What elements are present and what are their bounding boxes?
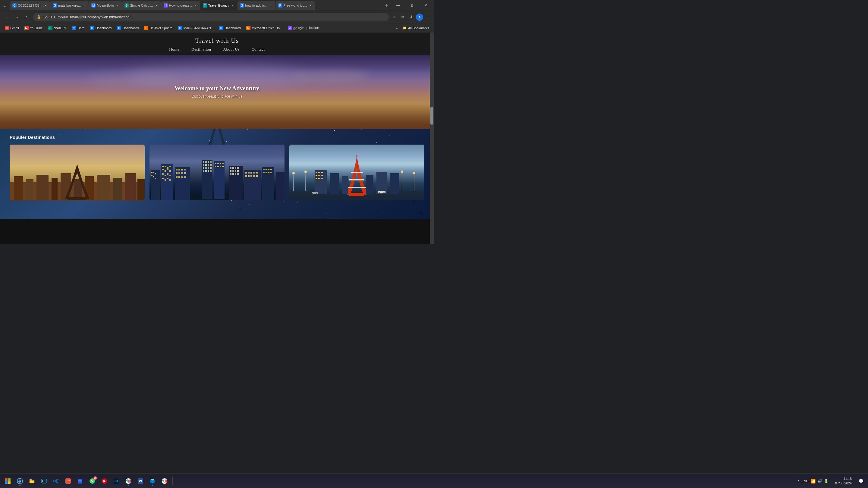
svg-rect-32 bbox=[164, 170, 166, 172]
svg-rect-23 bbox=[151, 175, 153, 176]
bookmark-item-6[interactable]: U USJNet Sphere bbox=[142, 25, 175, 31]
nyc-card[interactable] bbox=[150, 144, 284, 200]
page-scrollbar[interactable] bbox=[430, 33, 434, 244]
tab-tab4[interactable]: S Simple Calcul... ✕ bbox=[122, 1, 161, 10]
tab-close-tab2[interactable]: ✕ bbox=[82, 3, 86, 7]
bookmark-item-4[interactable]: D Dashboard bbox=[88, 25, 114, 31]
bookmark-favicon-2: C bbox=[48, 26, 53, 30]
nav-contact[interactable]: Contact bbox=[252, 47, 265, 52]
star-particle bbox=[420, 213, 420, 213]
tab-tab6[interactable]: T Travel Egancy ✕ bbox=[200, 1, 237, 10]
bookmark-item-8[interactable]: D Dashboard bbox=[217, 25, 243, 31]
svg-rect-57 bbox=[203, 170, 204, 172]
tab-tab1[interactable]: C CCS2032 | CS... ✕ bbox=[10, 1, 50, 10]
svg-rect-92 bbox=[232, 173, 234, 175]
bookmark-item-10[interactable]: ශ ශ්‍රද කුමා‍ | Helakur... bbox=[285, 25, 324, 31]
hero-heading: Welcome to your New Adventure bbox=[175, 85, 259, 92]
back-button[interactable]: ← bbox=[2, 13, 11, 22]
paris-cityscape bbox=[10, 164, 145, 200]
bookmark-item-2[interactable]: C chatGPT bbox=[46, 25, 69, 31]
nav-destination[interactable]: Destination bbox=[191, 47, 211, 52]
site-nav-links: Home Destination About Us Contact bbox=[0, 47, 434, 52]
forward-button[interactable]: → bbox=[13, 13, 21, 22]
svg-rect-56 bbox=[210, 167, 212, 169]
scrollbar-thumb[interactable] bbox=[430, 107, 433, 125]
svg-rect-34 bbox=[169, 170, 171, 172]
svg-rect-128 bbox=[351, 172, 363, 173]
tab-close-tab4[interactable]: ✕ bbox=[154, 3, 158, 7]
bookmark-label-3: Bard bbox=[78, 26, 84, 30]
tab-tab2[interactable]: G mats backgro... ✕ bbox=[50, 1, 89, 10]
svg-rect-28 bbox=[164, 166, 166, 167]
nav-about-us[interactable]: About Us bbox=[223, 47, 240, 52]
tab-title-tab5: How to create... bbox=[169, 4, 192, 7]
star-particle bbox=[83, 217, 84, 218]
tab-close-tab1[interactable]: ✕ bbox=[43, 3, 48, 7]
tab-title-tab7: how to add ic... bbox=[245, 4, 268, 7]
bookmark-favicon-5: D bbox=[117, 26, 121, 30]
tab-tab5[interactable]: H How to create... ✕ bbox=[161, 1, 200, 10]
tab-title-tab8: Free world ico... bbox=[284, 4, 307, 7]
svg-rect-62 bbox=[217, 163, 219, 164]
svg-rect-102 bbox=[248, 175, 250, 177]
svg-point-120 bbox=[304, 170, 307, 173]
svg-rect-67 bbox=[220, 166, 221, 167]
tab-close-tab8[interactable]: ✕ bbox=[308, 3, 313, 7]
tab-tab3[interactable]: M My portfolio ✕ bbox=[89, 1, 122, 10]
bookmark-item-9[interactable]: M Microsoft Office Ho... bbox=[244, 25, 285, 31]
extensions-button[interactable]: ⧉ bbox=[399, 13, 406, 21]
restore-button[interactable]: ⧉ bbox=[405, 0, 419, 11]
profile-button[interactable]: A bbox=[416, 13, 423, 21]
downloads-button[interactable]: ⬇ bbox=[407, 13, 415, 21]
svg-rect-12 bbox=[113, 178, 122, 200]
bookmark-item-0[interactable]: G Gmail bbox=[2, 25, 22, 31]
bookmark-item-5[interactable]: D Dashboard bbox=[115, 25, 141, 31]
minimize-button[interactable]: — bbox=[391, 0, 405, 11]
svg-rect-6 bbox=[36, 175, 49, 200]
tab-favicon-tab7: G bbox=[240, 3, 244, 7]
tab-list-btn[interactable]: ⌄ bbox=[1, 2, 8, 9]
svg-point-149 bbox=[312, 193, 314, 195]
url-input[interactable] bbox=[43, 15, 385, 19]
svg-rect-139 bbox=[315, 172, 317, 173]
bookmark-item-3[interactable]: B Bard bbox=[70, 25, 87, 31]
svg-rect-145 bbox=[315, 178, 317, 179]
bookmark-star-button[interactable]: ☆ bbox=[391, 13, 398, 21]
paris-card[interactable] bbox=[10, 144, 145, 200]
tabs-container: C CCS2032 | CS... ✕ G mats backgro... ✕ … bbox=[10, 1, 381, 10]
tab-tab8[interactable]: F Free world ico... ✕ bbox=[276, 1, 315, 10]
tab-close-tab5[interactable]: ✕ bbox=[193, 3, 198, 7]
tab-close-tab6[interactable]: ✕ bbox=[230, 3, 235, 7]
bookmark-item-7[interactable]: M Mail - BANDARAN... bbox=[176, 25, 216, 31]
menu-button[interactable]: ⋮ bbox=[424, 13, 432, 21]
new-tab-button[interactable]: + bbox=[382, 1, 391, 10]
svg-rect-89 bbox=[235, 170, 236, 172]
svg-marker-125 bbox=[346, 157, 367, 194]
svg-rect-70 bbox=[176, 169, 178, 170]
svg-rect-51 bbox=[208, 164, 209, 166]
tab-favicon-tab8: F bbox=[278, 3, 282, 7]
bookmark-item-1[interactable]: ▶ YouTube bbox=[22, 25, 45, 31]
all-bookmarks-button[interactable]: 📁 All Bookmarks bbox=[400, 25, 432, 31]
svg-rect-77 bbox=[184, 172, 186, 174]
svg-rect-36 bbox=[164, 175, 166, 176]
svg-rect-90 bbox=[237, 170, 239, 172]
svg-rect-25 bbox=[155, 178, 156, 179]
tab-close-tab3[interactable]: ✕ bbox=[115, 3, 119, 7]
tab-tab7[interactable]: G how to add ic... ✕ bbox=[238, 1, 276, 10]
bookmarks-more-button[interactable]: » bbox=[394, 25, 400, 31]
svg-rect-134 bbox=[330, 173, 339, 194]
nav-home[interactable]: Home bbox=[169, 47, 179, 52]
svg-rect-144 bbox=[321, 175, 323, 176]
svg-rect-55 bbox=[208, 167, 209, 169]
tokyo-card[interactable] bbox=[289, 144, 424, 200]
reload-button[interactable]: ↻ bbox=[23, 13, 31, 22]
address-bar[interactable]: 🔒 bbox=[33, 13, 389, 22]
svg-rect-49 bbox=[203, 164, 204, 166]
svg-rect-140 bbox=[318, 172, 320, 173]
bookmarks-container: G Gmail ▶ YouTube C chatGPT B Bard D Das… bbox=[2, 25, 394, 31]
close-button[interactable]: ✕ bbox=[419, 0, 433, 11]
tab-close-tab7[interactable]: ✕ bbox=[269, 3, 273, 7]
tab-bar: ⌄ C CCS2032 | CS... ✕ G mats backgro... … bbox=[0, 0, 434, 11]
window-controls: — ⧉ ✕ bbox=[391, 0, 433, 11]
